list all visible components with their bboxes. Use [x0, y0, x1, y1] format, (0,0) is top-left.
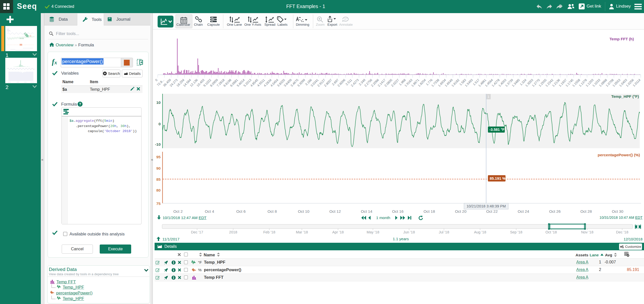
svg-text:Dec '17: Dec '17 — [191, 230, 203, 234]
svg-text:Oct 28: Oct 28 — [580, 209, 592, 214]
svg-text:Oct 16: Oct 16 — [392, 209, 404, 214]
svg-text:Oct '18: Oct '18 — [545, 230, 557, 234]
svg-text:Mar '18: Mar '18 — [296, 230, 308, 234]
svg-text:Oct 12: Oct 12 — [329, 209, 341, 214]
svg-text:Oct 10: Oct 10 — [298, 209, 309, 214]
svg-text:Sep '18: Sep '18 — [510, 230, 522, 234]
svg-text:Feb '18: Feb '18 — [263, 230, 275, 234]
svg-text:Nov '18: Nov '18 — [581, 230, 593, 234]
svg-text:Oct 22: Oct 22 — [486, 209, 498, 214]
svg-text:Oct 8: Oct 8 — [267, 209, 277, 214]
svg-text:Jul '18: Jul '18 — [439, 230, 449, 234]
svg-text:Oct 14: Oct 14 — [361, 209, 372, 214]
svg-text:Dec '18: Dec '18 — [616, 230, 628, 234]
svg-text:1: 1 — [487, 95, 489, 99]
svg-text:Temp FFT (h): Temp FFT (h) — [610, 37, 634, 41]
svg-text:10/21/2018 3:48:39 PM: 10/21/2018 3:48:39 PM — [467, 204, 506, 208]
svg-text:Oct 30: Oct 30 — [612, 209, 623, 214]
svg-text:Oct 20: Oct 20 — [455, 209, 467, 214]
svg-text:85.191 %: 85.191 % — [490, 176, 506, 180]
svg-text:Oct 24: Oct 24 — [518, 209, 529, 214]
svg-text:Oct 26: Oct 26 — [549, 209, 561, 214]
svg-text:95: 95 — [156, 155, 161, 159]
svg-text:Oct 18: Oct 18 — [423, 209, 435, 214]
svg-text:Oct 2: Oct 2 — [173, 209, 183, 214]
svg-text:80: 80 — [156, 188, 161, 192]
svg-text:Temp_HPF (°F): Temp_HPF (°F) — [611, 94, 639, 99]
svg-text:-10: -10 — [155, 142, 161, 146]
svg-text:0: 0 — [155, 78, 158, 82]
svg-text:0: 0 — [158, 122, 161, 126]
svg-text:1.0114: 1.0114 — [632, 78, 641, 87]
svg-text:Aug '18: Aug '18 — [474, 230, 486, 234]
svg-text:Apr '18: Apr '18 — [332, 230, 344, 234]
svg-text:10: 10 — [156, 100, 161, 105]
svg-text:2018: 2018 — [229, 230, 237, 234]
svg-text:Jun '18: Jun '18 — [403, 230, 415, 234]
svg-text:-3.581 °F: -3.581 °F — [489, 128, 505, 132]
svg-text:Oct 4: Oct 4 — [205, 209, 214, 214]
svg-text:75: 75 — [156, 201, 161, 206]
svg-text:85: 85 — [156, 177, 161, 181]
svg-text:May '18: May '18 — [367, 230, 379, 234]
svg-text:90: 90 — [156, 166, 161, 170]
svg-text:percentagePower() (%): percentagePower() (%) — [598, 153, 640, 157]
svg-text:Oct 6: Oct 6 — [236, 209, 245, 214]
